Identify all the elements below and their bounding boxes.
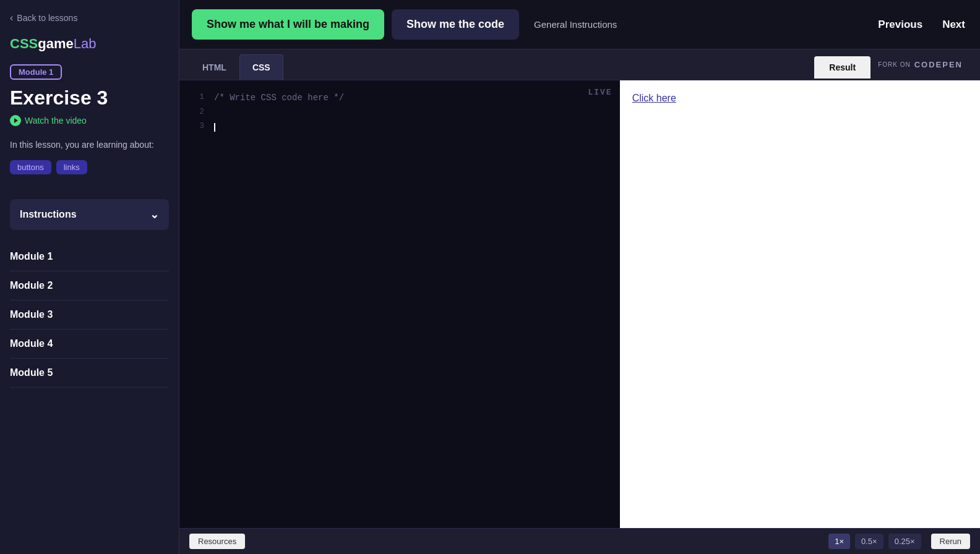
live-badge: LIVE [588,88,612,97]
instructions-header[interactable]: Instructions ⌄ [10,199,169,230]
zoom-025x-button[interactable]: 0.25× [888,534,921,549]
sidebar-item-module3[interactable]: Module 3 [10,300,169,330]
sidebar-modules: Module 1 Module 2 Module 3 Module 4 Modu… [0,242,179,388]
tab-html[interactable]: HTML [189,54,239,80]
sidebar: ‹ Back to lessons CSSgameLab Module 1 Ex… [0,0,179,554]
tabs-bar: HTML CSS Result FORK ON CODEPEN [179,49,980,80]
text-cursor [214,123,215,132]
chevron-down-icon: ⌄ [150,208,159,221]
line-number-3: 3 [189,120,204,134]
line-number-2: 2 [189,106,204,119]
top-nav: Show me what I will be making Show me th… [179,0,980,49]
tag-links[interactable]: links [56,160,87,174]
resources-button[interactable]: Resources [189,534,245,549]
zoom-1x-button[interactable]: 1× [828,534,850,549]
show-code-button[interactable]: Show me the code [392,9,519,40]
tags-container: buttons links [10,160,169,174]
codepen-badge: FORK ON CODEPEN [870,60,970,69]
bottom-bar: Resources 1× 0.5× 0.25× Rerun [179,528,980,554]
logo: CSSgameLab [10,36,169,52]
zoom-05x-button[interactable]: 0.5× [855,534,883,549]
back-to-lessons-link[interactable]: ‹ Back to lessons [10,12,169,23]
code-content-3 [214,120,215,134]
tag-buttons[interactable]: buttons [10,160,51,174]
logo-css: CSS [10,36,38,51]
sidebar-item-module2[interactable]: Module 2 [10,271,169,300]
line-number-1: 1 [189,91,204,104]
watch-video-link[interactable]: Watch the video [10,115,169,126]
learning-about-text: In this lesson, you are learning about: [10,138,169,151]
codepen-label: CODEPEN [914,60,963,69]
show-making-button[interactable]: Show me what I will be making [192,9,384,40]
prev-next-controls: Previous Next [875,14,968,36]
play-icon [10,115,21,126]
code-line-1: 1 /* Write CSS code here */ [179,90,620,105]
code-line-2: 2 [179,105,620,119]
preview-pane: Click here [620,80,980,528]
instructions-label: Instructions [20,209,77,220]
code-editor[interactable]: LIVE 1 /* Write CSS code here */ 2 3 [179,80,620,528]
tab-css[interactable]: CSS [239,54,283,80]
previous-button[interactable]: Previous [875,14,925,36]
next-button[interactable]: Next [940,14,968,36]
editor-preview: LIVE 1 /* Write CSS code here */ 2 3 Cli… [179,80,980,528]
general-instructions-button[interactable]: General Instructions [527,14,624,35]
sidebar-item-module4[interactable]: Module 4 [10,330,169,359]
back-arrow-icon: ‹ [10,12,13,23]
exercise-title: Exercise 3 [10,87,169,109]
back-to-lessons-label: Back to lessons [17,13,77,23]
code-line-3: 3 [179,119,620,134]
module-badge[interactable]: Module 1 [10,64,62,80]
watch-video-label: Watch the video [25,116,87,126]
main-content: Show me what I will be making Show me th… [179,0,980,554]
preview-content: Click here [620,80,980,116]
preview-click-here-link[interactable]: Click here [632,93,676,103]
instructions-accordion: Instructions ⌄ [10,199,169,230]
rerun-button[interactable]: Rerun [931,534,970,549]
sidebar-item-module5[interactable]: Module 5 [10,359,169,388]
fork-on-label: FORK ON [878,61,911,68]
code-area: HTML CSS Result FORK ON CODEPEN LIVE 1 /… [179,49,980,554]
result-tab[interactable]: Result [814,56,870,79]
sidebar-item-module1[interactable]: Module 1 [10,242,169,271]
logo-game: game [38,36,73,51]
logo-lab: Lab [74,36,97,51]
code-content-1: /* Write CSS code here */ [214,91,344,104]
